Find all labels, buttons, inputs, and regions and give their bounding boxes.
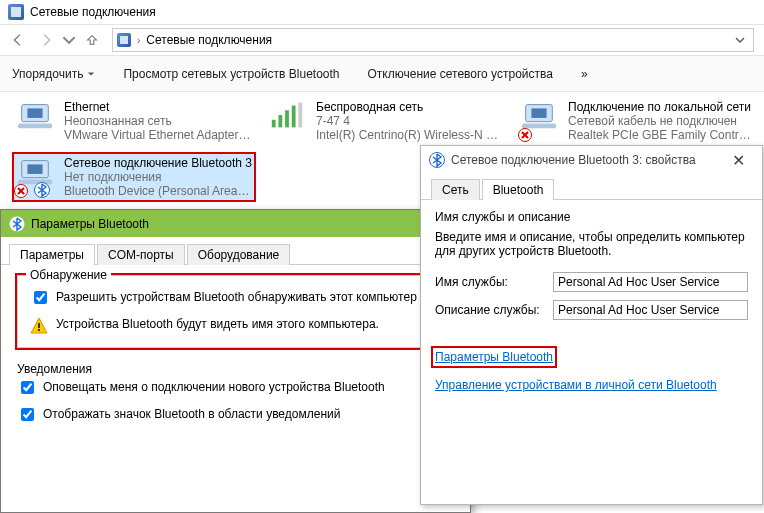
nav-back-button[interactable] (6, 28, 30, 52)
ethernet-icon (16, 100, 56, 140)
chevron-right-icon: › (137, 35, 140, 46)
bluetooth-icon (429, 152, 445, 168)
disconnected-x-icon (14, 184, 28, 198)
service-description-input[interactable] (553, 300, 748, 320)
svg-rect-18 (38, 323, 40, 328)
warning-text: Устройства Bluetooth будут видеть имя эт… (56, 317, 379, 335)
svg-rect-3 (272, 120, 276, 128)
disconnected-x-icon (518, 128, 532, 142)
svg-rect-6 (292, 106, 296, 128)
svg-rect-19 (38, 329, 40, 331)
dialog-title: Параметры Bluetooth (31, 217, 432, 231)
address-input[interactable]: › Сетевые подключения (112, 28, 754, 52)
chevron-down-icon[interactable] (731, 35, 749, 45)
tab-hardware[interactable]: Оборудование (187, 244, 291, 265)
address-bar: › Сетевые подключения (0, 24, 764, 56)
notifications-group-title: Уведомления (17, 362, 454, 376)
notify-connection-checkbox[interactable]: Оповещать меня о подключении нового устр… (17, 380, 454, 397)
warning-icon (30, 317, 48, 335)
tabs: Сеть Bluetooth (421, 174, 762, 200)
service-description-label: Описание службы: (435, 303, 545, 317)
svg-rect-9 (531, 108, 546, 118)
connection-bluetooth-3[interactable]: Сетевое подключение Bluetooth 3 Нет подк… (14, 154, 254, 200)
svg-rect-13 (27, 164, 42, 174)
connection-title: Сетевое подключение Bluetooth 3 (64, 156, 252, 170)
dialog-titlebar[interactable]: Сетевое подключение Bluetooth 3: свойств… (421, 146, 762, 174)
checkbox-label: Разрешить устройствам Bluetooth обнаружи… (56, 290, 417, 304)
tab-bluetooth[interactable]: Bluetooth (482, 179, 555, 200)
bluetooth-options-link[interactable]: Параметры Bluetooth (435, 350, 553, 364)
bluetooth-icon (9, 216, 25, 232)
section-description: Введите имя и описание, чтобы определить… (435, 230, 748, 258)
dialog-titlebar[interactable]: Параметры Bluetooth ✕ (1, 210, 470, 237)
lan-icon (520, 100, 560, 140)
connection-title: Ethernet (64, 100, 252, 114)
control-panel-icon (8, 4, 24, 20)
tab-com-ports[interactable]: COM-порты (97, 244, 185, 265)
connection-status: 7-47 4 (316, 114, 504, 128)
connection-device: VMware Virtual Ethernet Adapter … (64, 128, 252, 142)
show-tray-icon-checkbox[interactable]: Отображать значок Bluetooth в области ув… (17, 407, 454, 424)
tabs: Параметры COM-порты Оборудование (1, 237, 470, 265)
nav-up-button[interactable] (80, 28, 104, 52)
section-title: Имя службы и описание (435, 210, 748, 224)
checkbox[interactable] (21, 408, 34, 421)
svg-rect-1 (27, 108, 42, 118)
command-bar: Упорядочить Просмотр сетевых устройств B… (0, 56, 764, 92)
close-button[interactable]: ✕ (718, 149, 758, 171)
connection-lan[interactable]: Подключение по локальной сети Сетевой ка… (518, 98, 758, 144)
svg-rect-5 (285, 110, 289, 127)
connection-title: Подключение по локальной сети (568, 100, 756, 114)
tab-parameters[interactable]: Параметры (9, 244, 95, 265)
disable-device-button[interactable]: Отключение сетевого устройства (368, 67, 553, 81)
window-title: Сетевые подключения (30, 5, 156, 19)
connection-wifi[interactable]: Беспроводная сеть 7-47 4 Intel(R) Centri… (266, 98, 506, 144)
checkbox-label: Оповещать меня о подключении нового устр… (43, 380, 385, 394)
connection-title: Беспроводная сеть (316, 100, 504, 114)
tab-network[interactable]: Сеть (431, 179, 480, 200)
checkbox[interactable] (34, 291, 47, 304)
wifi-icon (268, 100, 308, 140)
nav-forward-button[interactable] (34, 28, 58, 52)
service-name-input[interactable] (553, 272, 748, 292)
svg-rect-7 (298, 103, 302, 128)
nav-recent-button[interactable] (62, 28, 76, 52)
pan-devices-link[interactable]: Управление устройствами в личной сети Bl… (435, 378, 717, 392)
window-titlebar: Сетевые подключения (0, 0, 764, 24)
checkbox-label: Отображать значок Bluetooth в области ув… (43, 407, 340, 421)
connection-status: Неопознанная сеть (64, 114, 252, 128)
allow-discovery-checkbox[interactable]: Разрешить устройствам Bluetooth обнаружи… (30, 290, 441, 307)
group-title: Обнаружение (26, 268, 111, 282)
connection-device: Realtek PCIe GBE Family Controller (568, 128, 756, 142)
bluetooth-connection-icon (16, 156, 56, 196)
svg-rect-4 (278, 115, 282, 127)
dialog-title: Сетевое подключение Bluetooth 3: свойств… (451, 153, 718, 167)
service-name-label: Имя службы: (435, 275, 545, 289)
view-bluetooth-devices-button[interactable]: Просмотр сетевых устройств Bluetooth (123, 67, 339, 81)
checkbox[interactable] (21, 381, 34, 394)
svg-rect-2 (18, 124, 52, 129)
organize-menu[interactable]: Упорядочить (12, 67, 95, 81)
control-panel-icon (117, 33, 131, 47)
bluetooth-icon (34, 182, 50, 198)
more-commands-button[interactable]: » (581, 67, 588, 81)
discovery-group: Обнаружение Разрешить устройствам Blueto… (17, 275, 454, 348)
bluetooth-properties-dialog: Сетевое подключение Bluetooth 3: свойств… (420, 145, 763, 505)
connection-ethernet[interactable]: Ethernet Неопознанная сеть VMware Virtua… (14, 98, 254, 144)
breadcrumb[interactable]: Сетевые подключения (146, 33, 272, 47)
connection-status: Сетевой кабель не подключен (568, 114, 756, 128)
connection-device: Bluetooth Device (Personal Area … (64, 184, 252, 198)
connection-device: Intel(R) Centrino(R) Wireless-N 130 (316, 128, 504, 142)
bluetooth-options-dialog: Параметры Bluetooth ✕ Параметры COM-порт… (0, 209, 471, 513)
connection-status: Нет подключения (64, 170, 252, 184)
